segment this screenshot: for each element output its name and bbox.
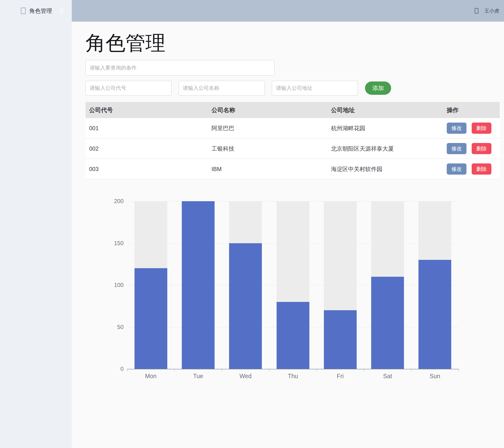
sidebar-header: 角色管理 [0,0,72,22]
fullscreen-icon[interactable] [475,8,478,14]
company-code-input[interactable] [86,81,172,96]
topbar: 王小虎 [72,0,504,22]
row-actions: 修改 删除 [447,143,500,154]
x-axis-line [127,369,459,369]
x-axis-label: Fri [317,373,364,379]
company-name-cell: IBM [208,166,327,172]
x-axis-label: Sun [411,373,459,379]
chart-bar [229,243,262,369]
collapse-icon[interactable] [60,9,63,13]
delete-button[interactable]: 删除 [472,122,491,134]
y-axis-label: 50 [109,324,124,330]
bar-chart: 050100150200MonTueWedThuFriSatSun [114,195,463,387]
y-axis-label: 150 [109,240,124,247]
username[interactable]: 王小虎 [484,8,499,14]
edit-button[interactable]: 修改 [447,143,467,154]
add-company-form: 添加 [86,80,391,96]
company-code-cell: 001 [86,125,208,132]
add-button[interactable]: 添加 [365,82,391,95]
chart-bar [134,268,167,369]
company-name-cell: 阿里巴巴 [208,124,327,132]
company-address-cell: 北京朝阳区天源祥泰大厦 [327,145,447,153]
column-header-code: 公司代号 [86,106,208,114]
sidebar: 角色管理 [0,0,72,448]
delete-button[interactable]: 删除 [472,163,491,174]
page-title: 角色管理 [86,33,165,53]
company-table: 公司代号 公司名称 公司地址 操作 001 阿里巴巴 杭州湖畔花园 修改 删除 … [86,102,500,179]
row-actions: 修改 删除 [447,122,500,134]
x-axis-label: Mon [127,373,174,379]
x-axis-label: Tue [174,373,222,379]
x-axis-label: Thu [269,373,317,379]
table-header-row: 公司代号 公司名称 公司地址 操作 [86,102,500,118]
row-actions: 修改 删除 [447,163,500,174]
chart-bar [277,302,309,369]
chart-bar [324,310,357,369]
company-name-cell: 工银科技 [208,145,327,153]
y-axis-label: 200 [109,198,124,205]
delete-button[interactable]: 删除 [472,143,491,154]
company-code-cell: 002 [86,145,208,152]
column-header-actions: 操作 [447,106,500,114]
y-axis-label: 100 [109,282,124,288]
chart-bar [182,201,215,369]
column-header-address: 公司地址 [327,106,447,114]
edit-button[interactable]: 修改 [447,122,467,134]
x-axis-label: Sat [364,373,411,379]
y-axis-label: 0 [109,366,124,372]
company-code-cell: 003 [86,166,208,172]
table-body: 001 阿里巴巴 杭州湖畔花园 修改 删除 002 工银科技 北京朝阳区天源祥泰… [86,118,500,179]
company-address-input[interactable] [272,81,358,96]
search-input[interactable] [86,60,274,76]
chart-bar [371,277,404,369]
main-content: 角色管理 添加 公司代号 公司名称 公司地址 操作 001 阿里巴巴 杭州湖畔花… [72,22,504,448]
x-axis-label: Wed [222,373,269,379]
company-address-cell: 杭州湖畔花园 [327,124,447,132]
table-row: 001 阿里巴巴 杭州湖畔花园 修改 删除 [86,118,500,138]
column-header-name: 公司名称 [208,106,327,114]
company-name-input[interactable] [179,81,265,96]
edit-button[interactable]: 修改 [447,163,467,174]
table-row: 002 工银科技 北京朝阳区天源祥泰大厦 修改 删除 [86,138,500,159]
company-address-cell: 海淀区中关村软件园 [327,165,447,173]
table-row: 003 IBM 海淀区中关村软件园 修改 删除 [86,159,500,179]
sidebar-title: 角色管理 [29,7,52,15]
chart-bar [418,260,451,369]
menu-icon [21,8,26,14]
